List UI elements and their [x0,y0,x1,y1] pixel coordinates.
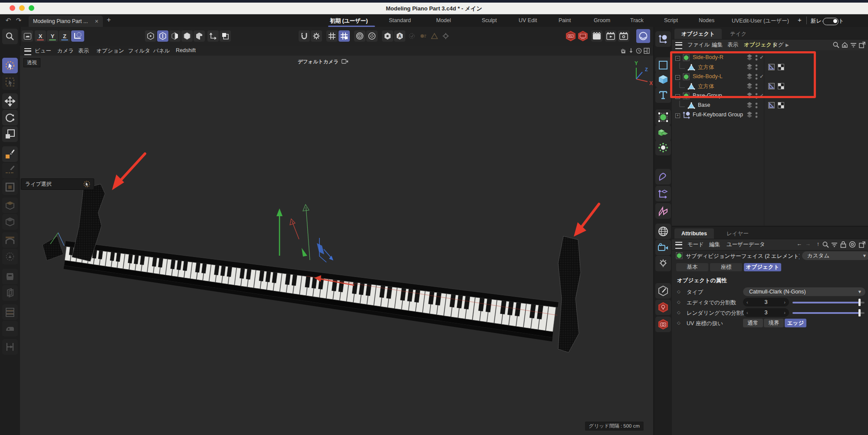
iron-tool[interactable] [2,321,18,336]
object-row[interactable]: + Full-Keyboard Group [672,110,868,120]
stepper-increment-icon[interactable]: › [784,308,786,317]
object-name[interactable]: 立方体 [698,83,714,90]
new-document-tab-button[interactable]: + [107,16,111,24]
tab-objects[interactable]: オブジェクト [674,29,722,39]
key-diamond-icon[interactable]: ◇ [677,300,681,304]
om-menu-view[interactable]: 表示 [727,41,738,49]
stack-tool[interactable] [2,304,18,320]
render-to-picture-viewer-icon[interactable] [577,30,589,42]
phong-tag-icon[interactable] [768,83,775,89]
viewport-menu-view[interactable]: ビュー [35,47,51,55]
om-menu-icon[interactable] [675,42,682,49]
tab-takes[interactable]: テイク [723,29,753,39]
document-tab[interactable]: Modeling Piano Part ... ✕ [29,16,103,27]
enabled-check-icon[interactable]: ✓ [760,73,764,79]
live-selection-tool[interactable] [2,58,18,73]
editor-subd-slider-knob[interactable] [858,299,861,306]
object-row[interactable]: Base [672,101,868,110]
om-menu-more-icon[interactable]: ▶ [786,43,789,47]
object-name[interactable]: Base [698,102,710,108]
visibility-hexagon-icon[interactable] [382,30,393,42]
extrude-cube-tool[interactable] [2,198,18,213]
light-object-icon[interactable] [655,256,671,271]
layout-tab-uvedit[interactable]: UV Edit [519,17,537,23]
viewport-menu-icon[interactable] [24,48,31,55]
render-settings-icon[interactable] [591,30,602,42]
enabled-check-icon[interactable]: ✓ [760,92,764,99]
camera-object-icon[interactable] [655,240,671,255]
slice-planes-tool[interactable] [2,285,18,301]
viewport-menu-display[interactable]: 表示 [78,47,89,55]
material-editor-icon[interactable] [655,283,671,299]
object-mode-icon[interactable] [157,30,168,42]
edges-mode-icon[interactable] [181,30,193,42]
om-menu-tag[interactable]: タグ [773,41,784,49]
plane-object-icon[interactable] [655,57,671,73]
uv-option-boundary[interactable]: 境界 [764,319,784,327]
layout-tab-standard[interactable]: Standard [389,17,411,23]
viewport-menu-options[interactable]: オプション [96,47,124,55]
object-name[interactable]: 立方体 [698,64,714,71]
attr-lock-icon[interactable] [840,241,846,248]
collapse-icon[interactable]: − [675,94,680,99]
viewport-canvas[interactable]: 透視 デフォルトカメラ ライブ選択 グリッド間隔 : 500 cm Y Z X [20,56,653,435]
viewport-menu-redshift[interactable]: Redshift [176,47,196,53]
layout-tab-paint[interactable]: Paint [559,17,571,23]
attr-up-icon[interactable]: ↑ [817,241,819,247]
bridge-tool[interactable] [2,232,18,248]
axis-orientation-gizmo[interactable]: Y Z X [627,59,653,86]
object-name[interactable]: Side-Body-L [693,73,723,79]
phong-tag-icon[interactable] [768,64,775,70]
attr-tab-coordinates[interactable]: 座標 [710,263,742,271]
tab-layers[interactable]: レイヤー [720,228,756,239]
layout-lock-toggle[interactable] [823,18,838,25]
disabled-target-icon[interactable] [418,30,429,42]
attr-menu-userdata[interactable]: ユーザーデータ [727,241,765,248]
polygon-cube-tool[interactable] [2,214,18,230]
sky-object-icon[interactable] [655,224,671,239]
om-menu-edit[interactable]: 編集 [712,41,723,49]
editor-subd-stepper[interactable]: ‹ 3 › [743,298,789,306]
redshift-camera-icon[interactable] [655,316,671,332]
render-options-icon[interactable] [618,30,629,42]
polygons-mode-icon[interactable] [194,30,205,42]
toggle-views-icon[interactable] [644,48,650,54]
object-name[interactable]: Base-Group [693,92,722,99]
volume-builder-icon[interactable] [655,125,671,141]
attr-tab-basic[interactable]: 基本 [676,263,708,271]
lock-y-axis-button[interactable]: Y [47,30,58,42]
camera-label[interactable]: デフォルトカメラ [298,59,348,65]
layout-tab-model[interactable]: Model [436,17,451,23]
om-filter-icon[interactable] [850,42,857,48]
align-tool[interactable] [2,339,18,355]
phong-tag-icon[interactable] [768,102,775,109]
mask-tool[interactable] [2,269,18,284]
attr-detach-icon[interactable] [859,241,865,248]
lock-z-axis-button[interactable]: Z [59,30,70,42]
cube-object-icon[interactable] [655,72,671,87]
object-row[interactable]: − Side-Body-L ✓ [672,72,868,82]
text-object-icon[interactable] [655,87,671,103]
workplane-icon[interactable] [220,30,231,42]
layout-tab-script[interactable]: Script [664,17,678,23]
om-search-icon[interactable] [833,42,839,48]
subdivision-surface-icon[interactable] [655,109,671,125]
om-menu-file[interactable]: ファイル [687,41,710,49]
type-dropdown[interactable]: Catmull-Clark (N-Gons) ▾ [743,287,865,296]
pan-hand-icon[interactable] [620,48,626,54]
enabled-check-icon[interactable]: ✓ [760,54,764,60]
quantize-settings-icon[interactable] [366,30,378,42]
annotation-hexagon-icon[interactable]: A [394,30,405,42]
attr-filter-icon[interactable] [831,241,838,248]
field-object-icon[interactable] [655,169,671,185]
render-view-icon[interactable]: RV [565,30,576,42]
om-detach-icon[interactable] [859,42,865,48]
interactive-render-icon[interactable] [636,29,650,43]
object-name[interactable]: Side-Body-R [693,54,723,60]
attr-back-icon[interactable]: ← [797,241,802,247]
viewport-menu-panel[interactable]: パネル [153,47,170,55]
model-mode-icon[interactable] [145,30,156,42]
points-mode-icon[interactable] [169,30,181,42]
frame-tool[interactable] [2,179,18,195]
object-row[interactable]: − Base-Group ✓ [672,91,868,101]
